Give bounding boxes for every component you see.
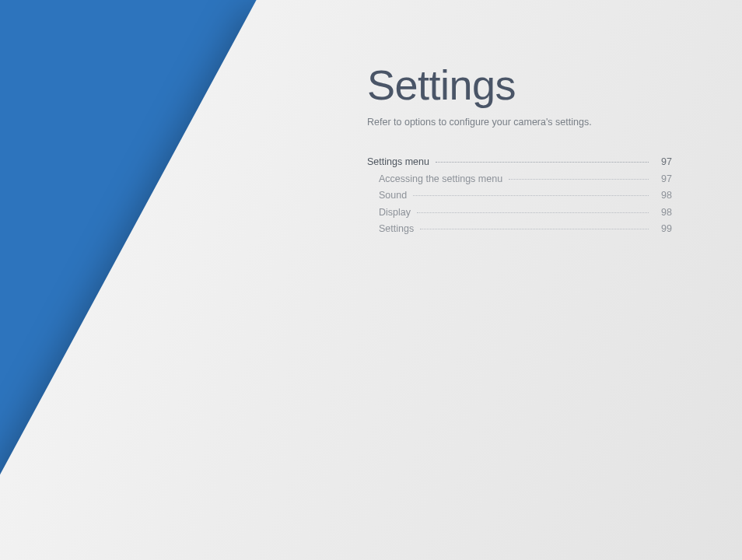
toc-item-page: 98 <box>652 191 672 201</box>
toc-item-row: Accessing the settings menu 97 <box>367 174 672 184</box>
toc-leader-dots <box>417 212 649 213</box>
toc-section-label: Settings menu <box>367 157 432 167</box>
toc-leader-dots <box>420 229 649 229</box>
toc-item-label: Settings <box>367 224 417 234</box>
toc-item-row: Sound 98 <box>367 191 672 201</box>
toc-item-page: 97 <box>652 174 672 184</box>
toc-item-page: 98 <box>652 208 672 218</box>
toc-item-label: Accessing the settings menu <box>367 174 506 184</box>
page-content: Settings Refer to options to configure y… <box>367 61 678 241</box>
toc-section-row: Settings menu 97 <box>367 157 672 167</box>
table-of-contents: Settings menu 97 Accessing the settings … <box>367 157 672 234</box>
toc-item-label: Sound <box>367 191 410 201</box>
toc-leader-dots <box>436 162 649 163</box>
page-subtitle: Refer to options to configure your camer… <box>367 117 678 128</box>
page-title: Settings <box>367 61 678 109</box>
toc-item-page: 99 <box>652 224 672 234</box>
toc-item-row: Display 98 <box>367 208 672 218</box>
toc-leader-dots <box>509 179 649 180</box>
toc-item-label: Display <box>367 208 414 218</box>
toc-leader-dots <box>413 195 649 196</box>
toc-item-row: Settings 99 <box>367 224 672 234</box>
toc-section-page: 97 <box>652 157 672 167</box>
